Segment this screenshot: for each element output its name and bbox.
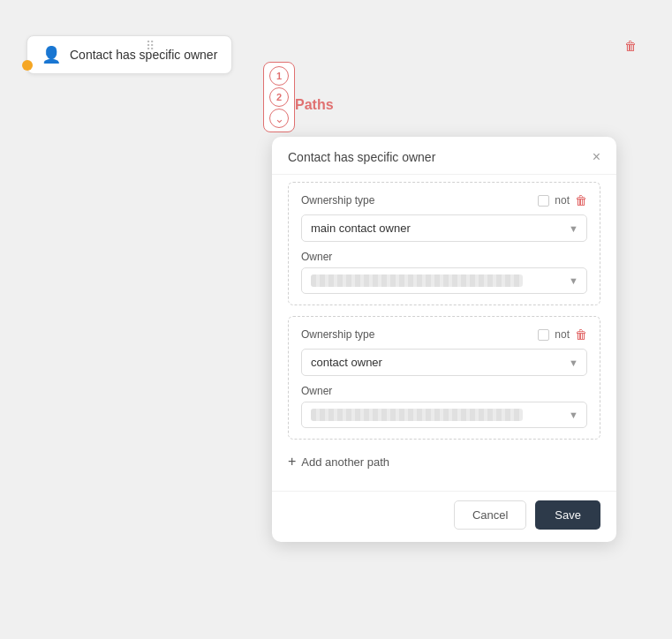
path2-ownership-label: Ownership type	[301, 328, 374, 341]
path1-not-checkbox[interactable]	[538, 195, 549, 207]
path1-owner-blurred	[311, 274, 523, 287]
path1-ownership-label: Ownership type	[301, 194, 374, 207]
path2-owner-blurred	[311, 409, 523, 421]
node-card-title: Contact has specific owner	[70, 48, 217, 62]
node-card: 👤 Contact has specific owner	[26, 35, 232, 74]
panel-header: Contact has specific owner ×	[272, 137, 616, 175]
path1-ownership-select-wrapper: main contact owner ▼	[301, 214, 587, 242]
path-bubble-1: 1	[269, 66, 289, 86]
node-icon: 👤	[42, 45, 61, 64]
cancel-button[interactable]: Cancel	[454, 500, 526, 530]
path-bubble-more: ⌄	[269, 109, 289, 128]
node-orange-dot	[22, 60, 33, 71]
path-section-1: Ownership type not 🗑 main contact owner …	[288, 182, 600, 305]
path1-not-label: not	[555, 194, 570, 207]
save-button[interactable]: Save	[535, 500, 600, 530]
path2-header-row: Ownership type not 🗑	[301, 327, 587, 342]
panel-footer: Cancel Save	[272, 491, 616, 542]
panel-title: Contact has specific owner	[288, 150, 435, 164]
paths-label: Paths	[295, 97, 334, 113]
add-path-plus-icon: +	[288, 454, 296, 470]
add-path-label: Add another path	[301, 455, 389, 469]
path1-ownership-select[interactable]: main contact owner	[301, 214, 587, 242]
node-delete-icon[interactable]: 🗑	[624, 39, 637, 53]
path1-header-row: Ownership type not 🗑	[301, 193, 587, 207]
path-bubble-2: 2	[269, 87, 289, 107]
path2-ownership-select-wrapper: contact owner ▼	[301, 349, 587, 376]
path2-not-checkbox[interactable]	[538, 329, 549, 341]
path1-owner-label: Owner	[301, 251, 587, 263]
node-drag-handle[interactable]: ⠿	[146, 39, 155, 53]
path-bubbles: 1 2 ⌄	[263, 62, 295, 132]
panel-body: Ownership type not 🗑 main contact owner …	[272, 175, 616, 491]
add-another-path-button[interactable]: + Add another path	[288, 450, 600, 477]
path-section-2: Ownership type not 🗑 contact owner ▼ Own…	[288, 316, 600, 440]
path1-owner-select-wrapper: ▼	[301, 267, 587, 294]
path2-not-label: not	[555, 328, 570, 341]
path2-owner-select-wrapper: ▼	[301, 402, 587, 428]
panel-close-button[interactable]: ×	[593, 149, 600, 165]
path2-not-row: not 🗑	[538, 327, 587, 342]
path1-delete-icon[interactable]: 🗑	[575, 193, 587, 207]
panel: Contact has specific owner × Ownership t…	[272, 137, 616, 542]
path2-ownership-select[interactable]: contact owner	[301, 349, 587, 376]
path2-owner-label: Owner	[301, 385, 587, 397]
path2-delete-icon[interactable]: 🗑	[575, 327, 587, 342]
path1-not-row: not 🗑	[538, 193, 587, 207]
